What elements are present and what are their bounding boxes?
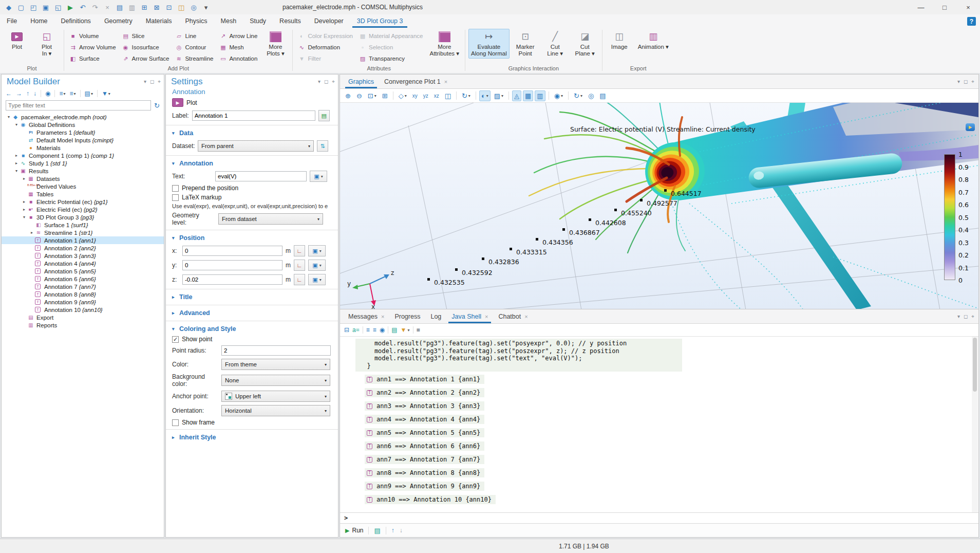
tree-item-electric-field-ec-[interactable]: ▸■*Electric Field (ec){pg2} — [2, 206, 164, 213]
menu-tab-home[interactable]: Home — [24, 15, 54, 28]
expander-icon[interactable]: ▸ — [29, 230, 35, 235]
expander-icon[interactable]: ▾ — [13, 169, 20, 173]
collapse-all-button[interactable]: ≡▾ — [59, 90, 65, 97]
section-annotation[interactable]: ▾Annotation — [166, 158, 338, 169]
menu-tab-3d-plot-group-3[interactable]: 3D Plot Group 3 — [350, 15, 410, 28]
panel-float-icon[interactable]: ◻ — [964, 79, 968, 85]
panel-float-icon[interactable]: ◻ — [964, 314, 968, 320]
ribbon-item-volume[interactable]: ■Volume — [67, 31, 118, 41]
range-button[interactable]: ∟ — [294, 260, 305, 271]
expression-button[interactable]: ▣▾ — [308, 274, 326, 285]
menu-tab-mesh[interactable]: Mesh — [214, 15, 243, 28]
ribbon-button-more-attributes[interactable]: MoreAttributes ▾ — [427, 29, 462, 59]
save-icon[interactable]: ▣ — [41, 4, 50, 11]
update-plot-button[interactable]: ↻▾ — [572, 90, 585, 101]
expander-icon[interactable]: ▸ — [13, 153, 20, 158]
tree-filter-input[interactable] — [6, 100, 151, 110]
dataset-select[interactable]: From parent▾ — [198, 140, 314, 152]
ribbon-item-arrow-surface[interactable]: ⇗Arrow Surface — [120, 53, 172, 64]
menu-tab-physics[interactable]: Physics — [178, 15, 214, 28]
shell-tab-messages[interactable]: Messages× — [343, 310, 389, 323]
tree-item-3d-plot-group-3[interactable]: ▾■3D Plot Group 3{pg3} — [2, 213, 164, 221]
tree-item-annotation-5[interactable]: TAnnotation 5{ann5} — [2, 267, 164, 275]
ribbon-button-animation[interactable]: ▥Animation ▾ — [635, 29, 671, 52]
panel-float-icon[interactable]: ◻ — [150, 79, 154, 85]
select-all-button[interactable]: ▤ — [391, 326, 397, 334]
tree-item-annotation-3[interactable]: TAnnotation 3{ann3} — [2, 252, 164, 260]
move-cursor-button[interactable]: ⊟ — [344, 326, 349, 334]
scrollbar-thumb[interactable] — [973, 338, 977, 392]
previous-command-button[interactable]: ↑ — [391, 527, 394, 534]
run-icon[interactable]: ▶ — [66, 4, 75, 11]
tree-item-annotation-8[interactable]: TAnnotation 8{ann8} — [2, 290, 164, 298]
section-coloring-style[interactable]: ▾Coloring and Style — [166, 323, 338, 335]
tree-item-component-1-comp-1-[interactable]: ▸■Component 1 (comp 1){comp 1} — [2, 152, 164, 159]
go-to-default-view-button[interactable]: ◇▾ — [397, 90, 409, 101]
tree-item-datasets[interactable]: ▸▦Datasets — [2, 175, 164, 182]
shell-tab-progress[interactable]: Progress — [389, 310, 425, 323]
show-axis-orientation-button[interactable]: ◬ — [512, 90, 521, 101]
show-intermediate-button[interactable]: ◉ — [380, 326, 385, 334]
menu-tab-materials[interactable]: Materials — [139, 15, 179, 28]
back-button[interactable]: ← — [6, 90, 12, 97]
assign-button[interactable]: a= — [352, 326, 360, 334]
anchor-point-select[interactable]: Upper left ▾ — [221, 391, 330, 402]
expander-icon[interactable]: ▸ — [21, 176, 27, 181]
section-advanced[interactable]: ▸Advanced — [166, 307, 338, 319]
go-to-source-button[interactable]: ⇅ — [317, 140, 328, 152]
select-box-icon[interactable]: ⊡ — [164, 4, 174, 11]
menu-tab-developer[interactable]: Developer — [308, 15, 350, 28]
tree-item-parameters-1[interactable]: PiParameters 1{default} — [2, 128, 164, 136]
view-xz-button[interactable]: xz — [432, 91, 441, 100]
close-button[interactable]: × — [956, 0, 980, 14]
background-color-select[interactable]: None▾ — [221, 375, 330, 386]
shell-tab-log[interactable]: Log — [425, 310, 446, 323]
ribbon-button-cut-plane[interactable]: ◪CutPlane ▾ — [571, 29, 599, 59]
shell-tab-chatbot[interactable]: Chatbot× — [493, 310, 533, 323]
ribbon-item-transparency[interactable]: ▨Transparency — [357, 53, 425, 64]
orientation-select[interactable]: Horizontal▾ — [221, 405, 330, 416]
menu-tab-file[interactable]: File — [0, 15, 24, 28]
ribbon-item-arrow-line[interactable]: ↗Arrow Line — [217, 31, 259, 41]
tree-item-default-model-inputs[interactable]: ⇄Default Model Inputs{cminpt} — [2, 136, 164, 144]
tree-item-materials[interactable]: ●Materials — [2, 144, 164, 152]
forward-button[interactable]: → — [16, 90, 22, 97]
show-button[interactable]: ◉ — [45, 90, 50, 97]
section-inherit-style[interactable]: ▸Inherit Style — [166, 432, 338, 443]
tree-item-export[interactable]: ▤Export — [2, 314, 164, 321]
show-frame-checkbox[interactable] — [172, 419, 179, 426]
ribbon-button-plot-in[interactable]: ◱PlotIn ▾ — [33, 29, 61, 59]
ribbon-item-isosurface[interactable]: ◉Isosurface — [120, 42, 172, 52]
image-snapshot-button[interactable]: ◎ — [586, 90, 596, 101]
zoom-box-button[interactable]: ⊡▾ — [366, 90, 379, 101]
run-button[interactable]: ▶ Run — [345, 527, 363, 534]
new-file-icon[interactable]: ▢ — [16, 4, 26, 11]
tree-item-derived-values[interactable]: 8.85e-12Derived Values — [2, 182, 164, 190]
expand-all-button[interactable]: ≡▾ — [70, 90, 76, 97]
expander-icon[interactable]: ▾ — [13, 122, 20, 127]
position-z-input[interactable] — [182, 274, 282, 285]
collapse-all-button[interactable]: ≡ — [366, 326, 370, 334]
model-tree-nodes-button[interactable]: ▤▾ — [85, 90, 93, 97]
section-data[interactable]: ▾Data — [166, 127, 338, 139]
ribbon-button-more-plots[interactable]: MorePlots ▾ — [261, 29, 289, 59]
tree-item-results[interactable]: ▾▣Results — [2, 167, 164, 175]
show-point-checkbox[interactable]: ✓ — [172, 336, 179, 343]
color-theme-button[interactable]: ◉▾ — [552, 90, 565, 101]
plot-area[interactable]: y z x Surface: Electric potential (V) St… — [340, 103, 978, 310]
expander-icon[interactable]: ▸ — [13, 161, 20, 165]
text-expression-button[interactable]: ▣▾ — [310, 171, 327, 182]
ribbon-item-deformation[interactable]: ∿Deformation — [296, 42, 355, 52]
range-button[interactable]: ∟ — [294, 274, 305, 285]
show-grid-button[interactable]: ▦ — [523, 90, 533, 101]
panel-menu-icon[interactable]: ▾ — [957, 79, 960, 85]
position-y-input[interactable] — [182, 260, 282, 270]
menu-tab-definitions[interactable]: Definitions — [54, 15, 98, 28]
ribbon-button-evaluate-along-normal[interactable]: ↦EvaluateAlong Normal — [468, 29, 510, 59]
ribbon-item-mesh[interactable]: ▦Mesh — [217, 42, 259, 52]
tree-item-annotation-1[interactable]: TAnnotation 1{ann1} — [2, 236, 164, 244]
panel-menu-icon[interactable]: ▾ — [318, 79, 321, 85]
refresh-icon[interactable]: ↻ — [154, 102, 160, 109]
tree-item-annotation-9[interactable]: TAnnotation 9{ann9} — [2, 298, 164, 306]
ribbon-button-image[interactable]: ◫Image — [606, 29, 633, 52]
